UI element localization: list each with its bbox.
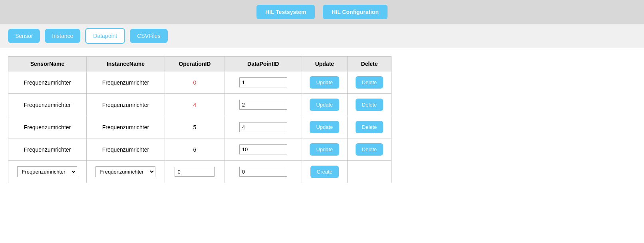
operation-id-value: 6 — [193, 146, 197, 153]
cell-operation-id-1: 4 — [165, 94, 225, 116]
update-button-1[interactable]: Update — [310, 99, 339, 111]
update-button-2[interactable]: Update — [310, 121, 339, 133]
datapoint-input-0[interactable] — [239, 77, 287, 87]
tab-csvfiles[interactable]: CSVFiles — [130, 29, 167, 43]
table-row: Frequenzumrichter Frequenzumrichter 5 Up… — [8, 116, 392, 138]
cell-sensor-name-3: Frequenzumrichter — [8, 138, 87, 161]
cell-update-1[interactable]: Update — [302, 94, 348, 116]
operation-id-value: 5 — [193, 124, 197, 130]
cell-datapoint-id-2[interactable] — [225, 116, 302, 138]
new-operation-cell[interactable] — [165, 161, 225, 183]
hil-testsystem-button[interactable]: HIL Testsystem — [256, 5, 315, 19]
header-update: Update — [302, 57, 348, 71]
new-datapoint-input[interactable] — [239, 167, 287, 177]
cell-sensor-name-1: Frequenzumrichter — [8, 94, 87, 116]
new-create-cell[interactable]: Create — [302, 161, 348, 183]
instance-name-text: Frequenzumrichter — [102, 102, 149, 108]
new-row: Frequenzumrichter ▼ Frequenzumrichter ▼ … — [8, 161, 392, 183]
datapoint-input-1[interactable] — [239, 100, 287, 110]
new-sensor-select[interactable]: Frequenzumrichter ▼ — [17, 166, 77, 177]
header-operation-id: OperationID — [165, 57, 225, 71]
header-instance-name: InstanceName — [86, 57, 165, 71]
sensor-name-text: Frequenzumrichter — [24, 79, 71, 86]
table-container: SensorName InstanceName OperationID Data… — [0, 48, 644, 191]
cell-update-0[interactable]: Update — [302, 71, 348, 94]
sensor-name-text: Frequenzumrichter — [24, 102, 71, 108]
header-delete: Delete — [348, 57, 392, 71]
cell-instance-name-3: Frequenzumrichter — [86, 138, 165, 161]
datapoint-input-3[interactable] — [239, 144, 287, 154]
cell-delete-1[interactable]: Delete — [348, 94, 392, 116]
cell-sensor-name-2: Frequenzumrichter — [8, 116, 87, 138]
table-row: Frequenzumrichter Frequenzumrichter 4 Up… — [8, 94, 392, 116]
instance-name-text: Frequenzumrichter — [102, 146, 149, 153]
new-operation-input[interactable] — [175, 167, 215, 177]
delete-button-0[interactable]: Delete — [356, 76, 384, 89]
tab-instance[interactable]: Instance — [45, 29, 80, 43]
new-datapoint-cell[interactable] — [225, 161, 302, 183]
table-row: Frequenzumrichter Frequenzumrichter 0 Up… — [8, 71, 392, 94]
table-header-row: SensorName InstanceName OperationID Data… — [8, 57, 392, 71]
tab-datapoint[interactable]: Datapoint — [85, 28, 125, 44]
operation-id-value: 0 — [193, 79, 197, 86]
tab-sensor[interactable]: Sensor — [8, 29, 40, 43]
cell-sensor-name-0: Frequenzumrichter — [8, 71, 87, 94]
delete-button-2[interactable]: Delete — [356, 121, 384, 133]
new-sensor-cell[interactable]: Frequenzumrichter ▼ — [8, 161, 87, 183]
cell-instance-name-2: Frequenzumrichter — [86, 116, 165, 138]
instance-name-text: Frequenzumrichter — [102, 124, 149, 130]
create-button[interactable]: Create — [310, 166, 339, 178]
datapoint-input-2[interactable] — [239, 122, 287, 132]
cell-update-2[interactable]: Update — [302, 116, 348, 138]
header-datapoint-id: DataPointID — [225, 57, 302, 71]
new-instance-cell[interactable]: Frequenzumrichter ▼ — [86, 161, 165, 183]
top-nav-bar: HIL Testsystem HIL Configuration — [0, 0, 644, 24]
datapoint-table: SensorName InstanceName OperationID Data… — [8, 56, 392, 183]
secondary-nav-bar: Sensor Instance Datapoint CSVFiles — [0, 24, 644, 48]
operation-id-value: 4 — [193, 102, 197, 108]
instance-name-text: Frequenzumrichter — [102, 79, 149, 86]
sensor-name-text: Frequenzumrichter — [24, 146, 71, 153]
cell-update-3[interactable]: Update — [302, 138, 348, 161]
cell-delete-3[interactable]: Delete — [348, 138, 392, 161]
header-sensor-name: SensorName — [8, 57, 87, 71]
update-button-0[interactable]: Update — [310, 76, 339, 89]
cell-datapoint-id-1[interactable] — [225, 94, 302, 116]
table-row: Frequenzumrichter Frequenzumrichter 6 Up… — [8, 138, 392, 161]
cell-delete-2[interactable]: Delete — [348, 116, 392, 138]
delete-button-1[interactable]: Delete — [356, 99, 384, 111]
cell-datapoint-id-0[interactable] — [225, 71, 302, 94]
delete-button-3[interactable]: Delete — [356, 143, 384, 156]
cell-operation-id-3: 6 — [165, 138, 225, 161]
new-instance-select[interactable]: Frequenzumrichter ▼ — [95, 166, 155, 177]
cell-datapoint-id-3[interactable] — [225, 138, 302, 161]
cell-delete-0[interactable]: Delete — [348, 71, 392, 94]
cell-operation-id-0: 0 — [165, 71, 225, 94]
new-delete-placeholder-cell — [348, 161, 392, 183]
update-button-3[interactable]: Update — [310, 143, 339, 156]
sensor-name-text: Frequenzumrichter — [24, 124, 71, 130]
cell-instance-name-1: Frequenzumrichter — [86, 94, 165, 116]
cell-operation-id-2: 5 — [165, 116, 225, 138]
hil-configuration-button[interactable]: HIL Configuration — [323, 5, 388, 19]
cell-instance-name-0: Frequenzumrichter — [86, 71, 165, 94]
